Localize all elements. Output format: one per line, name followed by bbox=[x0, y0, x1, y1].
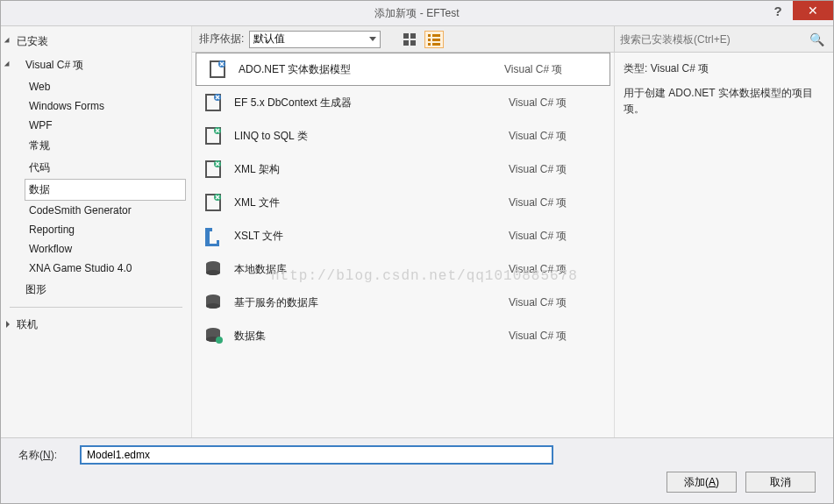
add-new-item-dialog: 添加新项 - EFTest ? ✕ 已安装 Visual C# 项 WebWin… bbox=[0, 0, 834, 504]
template-row[interactable]: 本地数据库Visual C# 项 bbox=[192, 252, 614, 286]
template-row[interactable]: 数据集Visual C# 项 bbox=[192, 319, 614, 352]
titlebar: 添加新项 - EFTest ? ✕ bbox=[1, 1, 833, 25]
detail-type-value: Visual C# 项 bbox=[651, 62, 709, 75]
template-name: LINQ to SQL 类 bbox=[225, 129, 509, 144]
template-lang: Visual C# 项 bbox=[509, 295, 605, 310]
svg-rect-6 bbox=[428, 39, 431, 41]
template-icon bbox=[201, 190, 225, 215]
tree-item-代码[interactable]: 代码 bbox=[29, 157, 191, 179]
sort-toolbar: 排序依据: 默认值 bbox=[192, 26, 614, 53]
close-button[interactable]: ✕ bbox=[793, 1, 833, 20]
view-list-button[interactable] bbox=[424, 31, 444, 48]
list-icon bbox=[428, 33, 440, 46]
template-icon bbox=[201, 323, 225, 348]
svg-rect-0 bbox=[403, 33, 409, 39]
tree-item-reporting[interactable]: Reporting bbox=[29, 220, 191, 239]
cancel-button[interactable]: 取消 bbox=[745, 472, 816, 493]
template-name: XML 架构 bbox=[225, 162, 509, 177]
ef-icon bbox=[203, 92, 224, 113]
template-row[interactable]: EF 5.x DbContext 生成器Visual C# 项 bbox=[192, 86, 614, 119]
sort-value: 默认值 bbox=[253, 32, 285, 46]
svg-rect-8 bbox=[428, 43, 431, 46]
tree-item-windows-forms[interactable]: Windows Forms bbox=[29, 96, 191, 116]
template-lang: Visual C# 项 bbox=[509, 262, 605, 277]
search-box[interactable]: 🔍 bbox=[614, 26, 833, 53]
bottom-panel: 名称(N): 添加(A) 取消 bbox=[1, 437, 833, 503]
template-row[interactable]: XML 架构Visual C# 项 bbox=[192, 153, 614, 186]
template-lang: Visual C# 项 bbox=[509, 329, 605, 344]
svg-rect-9 bbox=[432, 43, 440, 46]
tree-divider bbox=[10, 307, 182, 308]
template-lang: Visual C# 项 bbox=[509, 195, 605, 210]
svg-point-26 bbox=[216, 337, 223, 344]
detail-panel: 类型: Visual C# 项 用于创建 ADO.NET 实体数据模型的项目项。 bbox=[614, 53, 833, 437]
name-label: 名称(N): bbox=[18, 448, 71, 463]
tree-item-codesmith-generator[interactable]: CodeSmith Generator bbox=[29, 201, 191, 220]
template-name: XML 文件 bbox=[225, 195, 509, 210]
template-icon bbox=[201, 90, 225, 115]
template-row[interactable]: LINQ to SQL 类Visual C# 项 bbox=[192, 119, 614, 153]
template-name: ADO.NET 实体数据模型 bbox=[230, 62, 504, 77]
db-icon bbox=[203, 292, 224, 313]
view-grid-button[interactable] bbox=[400, 31, 419, 48]
tree-item-xna-game-studio-4.0[interactable]: XNA Game Studio 4.0 bbox=[29, 259, 191, 278]
tree-node-csharp[interactable]: Visual C# 项 bbox=[1, 53, 191, 77]
edm-icon bbox=[207, 59, 228, 80]
tree-node-installed[interactable]: 已安装 bbox=[1, 30, 191, 53]
db-icon bbox=[203, 259, 224, 280]
xslt-icon bbox=[203, 225, 224, 246]
svg-point-21 bbox=[206, 270, 220, 275]
template-name: 本地数据库 bbox=[225, 262, 509, 277]
tree-node-graphics[interactable]: 图形 bbox=[1, 278, 191, 302]
help-button[interactable]: ? bbox=[763, 1, 793, 20]
template-lang: Visual C# 项 bbox=[509, 129, 605, 144]
template-row[interactable]: XSLT 文件Visual C# 项 bbox=[192, 219, 614, 252]
template-icon bbox=[201, 224, 225, 248]
search-icon[interactable]: 🔍 bbox=[806, 32, 828, 46]
template-name: EF 5.x DbContext 生成器 bbox=[225, 96, 509, 110]
template-lang: Visual C# 项 bbox=[509, 96, 605, 110]
template-row[interactable]: ADO.NET 实体数据模型Visual C# 项 bbox=[196, 53, 610, 86]
tree-item-web[interactable]: Web bbox=[29, 77, 191, 96]
tree-item-wpf[interactable]: WPF bbox=[29, 116, 191, 135]
template-lang: Visual C# 项 bbox=[509, 229, 605, 244]
grid-icon bbox=[403, 33, 416, 46]
name-input[interactable] bbox=[80, 445, 553, 465]
sort-dropdown[interactable]: 默认值 bbox=[249, 31, 381, 48]
template-lang: Visual C# 项 bbox=[504, 62, 601, 77]
ds-icon bbox=[203, 325, 224, 346]
detail-description: 用于创建 ADO.NET 实体数据模型的项目项。 bbox=[615, 85, 833, 117]
search-input[interactable] bbox=[620, 33, 806, 46]
tree-node-online[interactable]: 联机 bbox=[1, 313, 191, 337]
template-name: XSLT 文件 bbox=[225, 229, 509, 244]
svg-rect-3 bbox=[410, 40, 416, 46]
template-lang: Visual C# 项 bbox=[509, 162, 605, 177]
tree-item-数据[interactable]: 数据 bbox=[25, 179, 186, 201]
xsd-icon bbox=[203, 159, 224, 180]
linq-icon bbox=[203, 125, 224, 146]
chevron-down-icon bbox=[369, 37, 376, 41]
template-icon bbox=[201, 124, 225, 148]
svg-rect-4 bbox=[428, 34, 431, 37]
svg-rect-1 bbox=[410, 33, 416, 39]
template-row[interactable]: XML 文件Visual C# 项 bbox=[192, 186, 614, 219]
add-button[interactable]: 添加(A) bbox=[666, 472, 737, 493]
svg-rect-7 bbox=[432, 39, 440, 41]
template-list: http://blog.csdn.net/qq1010885678 ADO.NE… bbox=[192, 53, 614, 437]
template-name: 数据集 bbox=[225, 329, 509, 344]
window-title: 添加新项 - EFTest bbox=[374, 6, 459, 21]
tree-item-workflow[interactable]: Workflow bbox=[29, 239, 191, 259]
tree-item-常规[interactable]: 常规 bbox=[29, 135, 191, 157]
template-icon bbox=[201, 157, 225, 181]
xml-icon bbox=[203, 192, 224, 213]
svg-rect-5 bbox=[432, 34, 440, 37]
svg-point-23 bbox=[206, 303, 220, 309]
template-icon bbox=[201, 257, 225, 281]
template-name: 基于服务的数据库 bbox=[225, 295, 509, 310]
template-row[interactable]: 基于服务的数据库Visual C# 项 bbox=[192, 286, 614, 319]
template-icon bbox=[205, 57, 230, 82]
sort-label: 排序依据: bbox=[199, 32, 244, 46]
template-icon bbox=[201, 290, 225, 315]
detail-type-label: 类型: bbox=[624, 62, 647, 75]
category-tree: 已安装 Visual C# 项 WebWindows FormsWPF常规代码数… bbox=[1, 26, 192, 437]
